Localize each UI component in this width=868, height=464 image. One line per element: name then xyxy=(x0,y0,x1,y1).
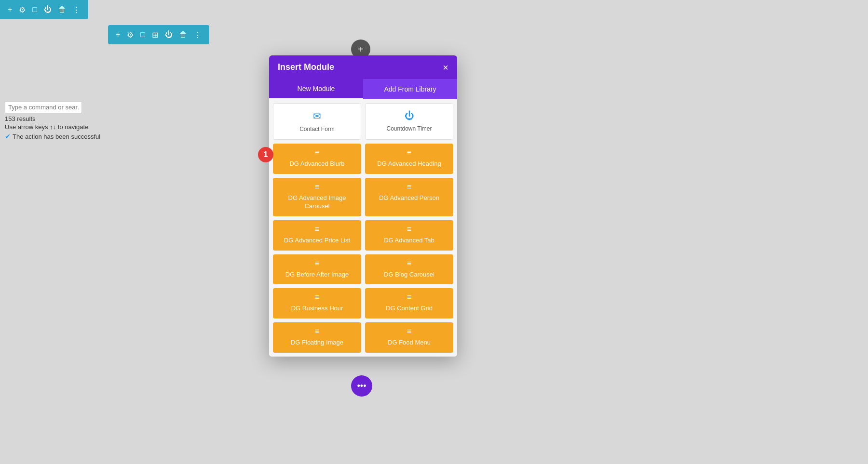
module-label: DG Floating Image xyxy=(291,339,343,347)
modal-tabs: New Module Add From Library xyxy=(269,79,457,99)
tab-new-module[interactable]: New Module xyxy=(269,79,363,99)
module-dg-before-after-image[interactable]: ≡ DG Before After Image xyxy=(273,254,361,285)
menu-lines-icon: ≡ xyxy=(315,259,319,268)
menu-lines-icon: ≡ xyxy=(315,183,319,191)
modal-header: Insert Module × xyxy=(269,55,457,79)
search-results: 153 results xyxy=(5,115,100,122)
orange-modules-grid: ≡ DG Advanced Blurb ≡ DG Advanced Headin… xyxy=(269,144,457,357)
module-dg-advanced-image-carousel[interactable]: ≡ DG Advanced Image Carousel xyxy=(273,178,361,216)
module-contact-form-label: Contact Form xyxy=(299,126,335,133)
modal-close-button[interactable]: × xyxy=(443,63,448,72)
module-dg-floating-image[interactable]: ≡ DG Floating Image xyxy=(273,322,361,353)
settings-icon[interactable]: ⚙ xyxy=(17,3,27,16)
module-label: DG Before After Image xyxy=(285,271,349,279)
layout-icon-2[interactable]: □ xyxy=(138,28,147,41)
module-label: DG Advanced Image Carousel xyxy=(277,194,357,211)
modal-title: Insert Module xyxy=(278,62,334,72)
search-success: ✔ The action has been successful xyxy=(5,133,100,140)
layout-icon[interactable]: □ xyxy=(30,3,39,16)
search-nav: Use arrow keys ↑↓ to navigate xyxy=(5,123,100,131)
menu-lines-icon: ≡ xyxy=(407,183,411,191)
email-icon: ✉ xyxy=(313,110,321,122)
bottom-dots-button[interactable]: ••• xyxy=(351,375,372,397)
power-icon[interactable]: ⏻ xyxy=(42,3,54,16)
menu-lines-icon: ≡ xyxy=(407,327,411,336)
module-label: DG Advanced Price List xyxy=(284,237,350,245)
menu-lines-icon: ≡ xyxy=(315,148,319,157)
menu-lines-icon: ≡ xyxy=(407,293,411,302)
menu-lines-icon: ≡ xyxy=(315,293,319,302)
module-dg-advanced-heading[interactable]: ≡ DG Advanced Heading xyxy=(365,144,453,174)
module-dg-advanced-person[interactable]: ≡ DG Advanced Person xyxy=(365,178,453,216)
module-dg-advanced-tab[interactable]: ≡ DG Advanced Tab xyxy=(365,220,453,251)
module-label: DG Blog Carousel xyxy=(384,271,434,279)
module-dg-food-menu[interactable]: ≡ DG Food Menu xyxy=(365,322,453,353)
module-label: DG Advanced Person xyxy=(379,194,439,202)
module-countdown-timer[interactable]: ⏻ Countdown Timer xyxy=(365,103,453,140)
check-icon: ✔ xyxy=(5,133,11,140)
white-modules-grid: ✉ Contact Form ⏻ Countdown Timer xyxy=(269,99,457,144)
module-dg-content-grid[interactable]: ≡ DG Content Grid xyxy=(365,288,453,318)
more-icon-2[interactable]: ⋮ xyxy=(192,28,203,41)
menu-lines-icon: ≡ xyxy=(407,225,411,234)
module-label: DG Advanced Tab xyxy=(384,237,434,245)
module-label: DG Content Grid xyxy=(386,305,433,313)
insert-module-modal: Insert Module × New Module Add From Libr… xyxy=(269,55,457,357)
module-contact-form[interactable]: ✉ Contact Form xyxy=(273,103,361,140)
grid-icon[interactable]: ⊞ xyxy=(150,28,160,41)
trash-icon[interactable]: 🗑 xyxy=(56,3,68,16)
top-toolbar: + ⚙ □ ⏻ 🗑 ⋮ xyxy=(0,0,88,19)
more-icon[interactable]: ⋮ xyxy=(71,3,82,16)
plus-icon: + xyxy=(358,44,364,55)
dots-icon: ••• xyxy=(357,381,366,391)
search-input[interactable] xyxy=(5,101,82,113)
module-dg-advanced-blurb[interactable]: ≡ DG Advanced Blurb xyxy=(273,144,361,174)
module-dg-blog-carousel[interactable]: ≡ DG Blog Carousel xyxy=(365,254,453,285)
menu-lines-icon: ≡ xyxy=(407,259,411,268)
tab-add-from-library[interactable]: Add From Library xyxy=(363,79,457,99)
menu-lines-icon: ≡ xyxy=(407,148,411,157)
module-label: DG Food Menu xyxy=(388,339,431,347)
module-label: DG Advanced Blurb xyxy=(289,160,344,168)
module-countdown-timer-label: Countdown Timer xyxy=(386,125,432,132)
step-badge: 1 xyxy=(258,147,273,162)
add-icon[interactable]: + xyxy=(6,3,14,16)
power-icon-2[interactable]: ⏻ xyxy=(163,28,175,41)
search-area: 153 results Use arrow keys ↑↓ to navigat… xyxy=(0,101,105,140)
timer-icon: ⏻ xyxy=(405,110,414,121)
module-label: DG Business Hour xyxy=(291,305,343,313)
add-icon-2[interactable]: + xyxy=(114,28,122,41)
settings-icon-2[interactable]: ⚙ xyxy=(125,28,136,41)
module-dg-business-hour[interactable]: ≡ DG Business Hour xyxy=(273,288,361,318)
module-label: DG Advanced Heading xyxy=(377,160,441,168)
modal-body: ✉ Contact Form ⏻ Countdown Timer ≡ DG Ad… xyxy=(269,99,457,357)
secondary-toolbar: + ⚙ □ ⊞ ⏻ 🗑 ⋮ xyxy=(108,25,209,44)
trash-icon-2[interactable]: 🗑 xyxy=(177,28,189,41)
menu-lines-icon: ≡ xyxy=(315,327,319,336)
module-dg-advanced-price-list[interactable]: ≡ DG Advanced Price List xyxy=(273,220,361,251)
menu-lines-icon: ≡ xyxy=(315,225,319,234)
